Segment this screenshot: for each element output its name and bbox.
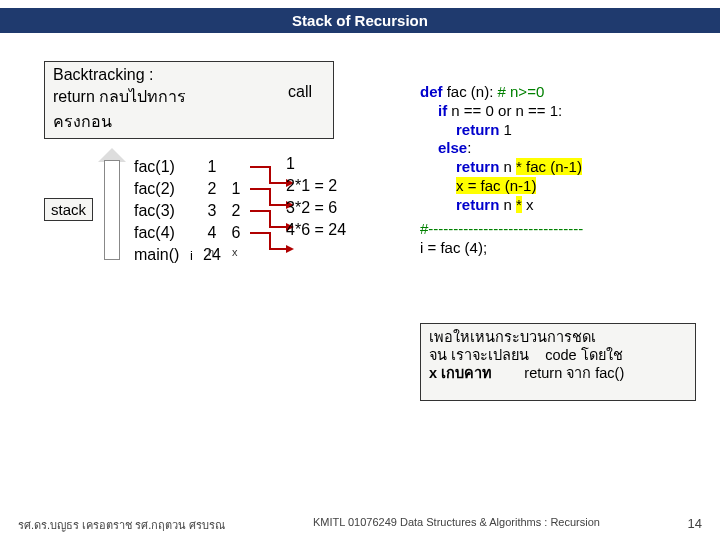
- svg-marker-3: [286, 245, 294, 253]
- stack-row: fac(4) 4 6: [134, 224, 248, 246]
- footer: รศ.ดร.บญธร เครอตราช รศ.กฤตวน ศรบรณ KMITL…: [0, 516, 720, 534]
- frame-x: 6: [224, 224, 248, 242]
- result-row: 4*6 = 24: [286, 221, 346, 243]
- up-arrow-icon: [98, 150, 126, 265]
- code-line: return n * fac (n-1): [420, 158, 698, 177]
- footer-course: KMITL 01076249 Data Structures & Algorit…: [313, 516, 600, 534]
- explain-line: x เกบคาท return จาก fac(): [429, 364, 687, 382]
- stack-table: fac(1) 1 fac(2) 2 1 fac(3) 3 2 fac(4) 4: [134, 158, 248, 268]
- code-line: x = fac (n-1): [420, 177, 698, 196]
- backtrack-return: return กลบไปทการ: [53, 88, 186, 105]
- code-line: return 1: [420, 121, 698, 140]
- explain-line: จน เราจะเปลยน code โดยใช: [429, 346, 687, 364]
- slide-title: Stack of Recursion: [0, 8, 720, 33]
- slide-body: Backtracking : return กลบไปทการ ครงกอน c…: [0, 33, 720, 493]
- code-separator: #-------------------------------: [420, 220, 698, 239]
- backtrack-heading: Backtracking :: [53, 66, 325, 84]
- frame-i: i: [190, 248, 200, 263]
- frame-n: 4: [200, 224, 224, 242]
- frame-name: fac(2): [134, 180, 190, 198]
- frame-n: 3: [200, 202, 224, 220]
- result-list: 1 2*1 = 2 3*2 = 6 4*6 = 24: [286, 155, 346, 243]
- code-line: return n * x: [420, 196, 698, 215]
- col-label-x: x: [232, 246, 238, 258]
- frame-name: main(): [134, 246, 190, 264]
- frame-x: 2: [224, 202, 248, 220]
- stack-row: fac(3) 3 2: [134, 202, 248, 224]
- frame-name: fac(4): [134, 224, 190, 242]
- frame-n: 1: [200, 158, 224, 176]
- stack-row: main() i 24: [134, 246, 248, 268]
- col-label-n: n: [208, 246, 214, 258]
- frame-n: 2: [200, 180, 224, 198]
- return-arrows-icon: [250, 155, 284, 251]
- footer-page-number: 14: [688, 516, 702, 534]
- code-block: def fac (n): # n>=0 if n == 0 or n == 1:…: [420, 83, 698, 258]
- result-row: 2*1 = 2: [286, 177, 346, 199]
- code-line: else:: [420, 139, 698, 158]
- result-row: 3*2 = 6: [286, 199, 346, 221]
- backtrack-text-2: ครงกอน: [53, 109, 325, 134]
- code-line: if n == 0 or n == 1:: [420, 102, 698, 121]
- frame-x: 1: [224, 180, 248, 198]
- backtrack-text-1: return กลบไปทการ: [53, 84, 325, 109]
- stack-row: fac(2) 2 1: [134, 180, 248, 202]
- result-row: 1: [286, 155, 346, 177]
- stack-row: fac(1) 1: [134, 158, 248, 180]
- code-call: i = fac (4);: [420, 239, 698, 258]
- frame-name: fac(1): [134, 158, 190, 176]
- call-label: call: [288, 83, 312, 101]
- stack-label: stack: [44, 198, 93, 221]
- code-line: def fac (n): # n>=0: [420, 83, 698, 102]
- footer-authors: รศ.ดร.บญธร เครอตราช รศ.กฤตวน ศรบรณ: [18, 516, 225, 534]
- explanation-box: เพอใหเหนกระบวนการชดเ จน เราจะเปลยน code …: [420, 323, 696, 401]
- explain-line: เพอใหเหนกระบวนการชดเ: [429, 328, 687, 346]
- frame-name: fac(3): [134, 202, 190, 220]
